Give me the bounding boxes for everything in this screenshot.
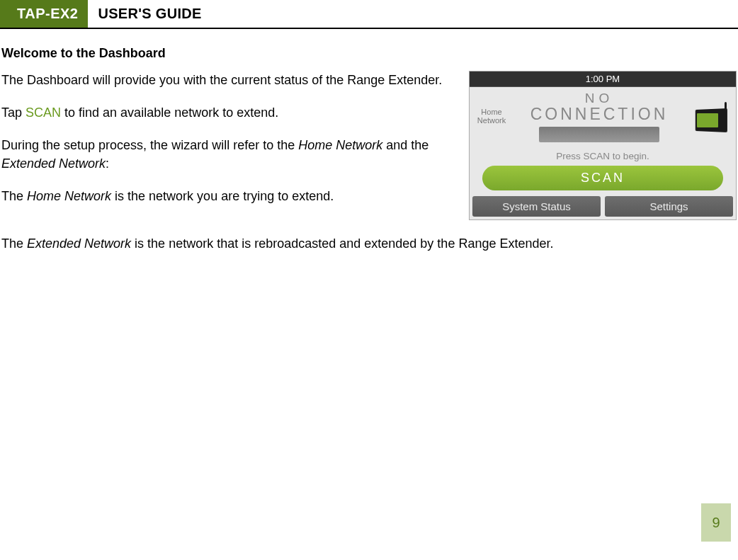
page-number: 9	[701, 503, 731, 542]
body-row: The Dashboard will provide you with the …	[1, 71, 737, 220]
p3-mid: and the	[382, 138, 428, 152]
home-label-line2: Network	[477, 116, 506, 125]
dashboard-main-row: Home Network NO CONNECTION	[470, 87, 736, 145]
page-header: TAP-EX2 USER'S GUIDE	[0, 0, 738, 29]
home-network-term: Home Network	[298, 138, 382, 152]
p4-pre: The	[1, 189, 27, 203]
scan-button[interactable]: SCAN	[482, 166, 723, 190]
header-accent-bar	[0, 0, 10, 28]
p4-post: is the network you are trying to extend.	[111, 189, 334, 203]
p2-post: to find an available network to extend.	[61, 105, 278, 120]
body-text-column: The Dashboard will provide you with the …	[1, 71, 448, 219]
scan-keyword: SCAN	[25, 105, 61, 120]
paragraph-2: Tap SCAN to find an available network to…	[1, 103, 448, 122]
dashboard-prompt-text: Press SCAN to begin.	[470, 145, 736, 166]
extended-network-term-2: Extended Network	[27, 236, 131, 251]
p3-post: :	[106, 156, 109, 171]
p2-pre: Tap	[1, 105, 25, 120]
noconn-bottom: CONNECTION	[513, 105, 685, 122]
router-icon	[690, 99, 731, 133]
system-status-button[interactable]: System Status	[472, 196, 601, 217]
dashboard-bottom-row: System Status Settings	[470, 196, 736, 219]
paragraph-1: The Dashboard will provide you with the …	[1, 71, 448, 89]
paragraph-5: The Extended Network is the network that…	[1, 234, 737, 253]
dashboard-time-bar: 1:00 PM	[470, 72, 736, 87]
p3-pre: During the setup process, the wizard wil…	[1, 138, 298, 152]
dashboard-screenshot: 1:00 PM Home Network NO CONNECTION	[469, 71, 737, 220]
p5-post: is the network that is rebroadcasted and…	[131, 236, 553, 251]
noconn-top: NO	[513, 91, 685, 105]
dashboard-center: NO CONNECTION	[513, 87, 685, 145]
paragraph-4: The Home Network is the network you are …	[1, 187, 448, 205]
p5-pre: The	[1, 236, 27, 251]
product-tag: TAP-EX2	[10, 0, 88, 28]
content-area: Welcome to the Dashboard The Dashboard w…	[0, 46, 738, 253]
paragraph-3: During the setup process, the wizard wil…	[1, 136, 448, 173]
router-screen-icon	[697, 113, 718, 127]
doc-title: USER'S GUIDE	[88, 0, 211, 28]
dashboard-home-network-label: Home Network	[470, 87, 513, 145]
settings-button[interactable]: Settings	[605, 196, 733, 217]
extended-network-term: Extended Network	[1, 156, 106, 171]
no-connection-text: NO CONNECTION	[513, 91, 685, 122]
dashboard-device-icon-container	[685, 87, 736, 145]
section-heading: Welcome to the Dashboard	[1, 46, 737, 61]
home-label-line1: Home	[481, 108, 501, 116]
signal-bar-icon	[539, 127, 659, 142]
home-network-term-2: Home Network	[27, 189, 111, 203]
